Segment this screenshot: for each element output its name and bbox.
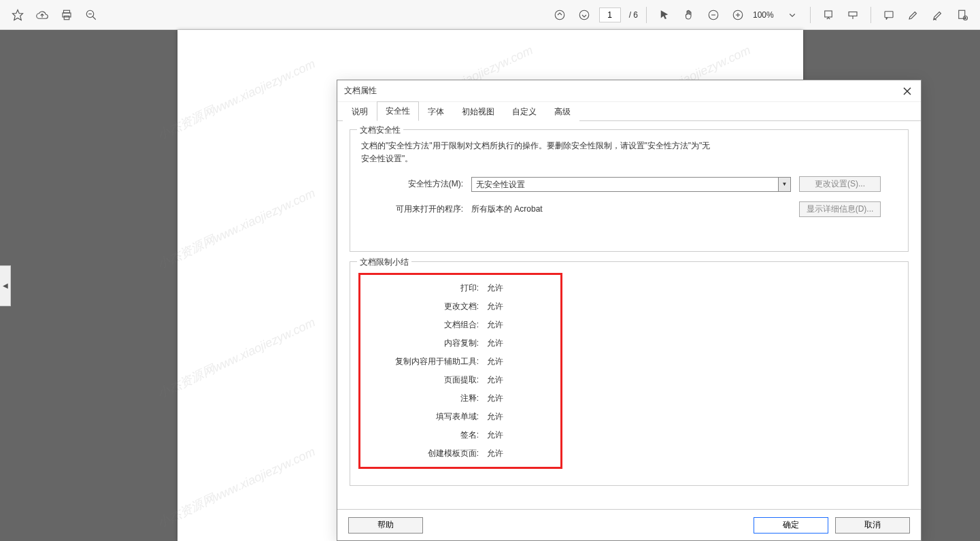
restriction-label: 创建模板页面:: [370, 448, 479, 459]
svg-point-7: [555, 10, 564, 20]
highlight-icon[interactable]: [904, 5, 923, 24]
svg-rect-17: [885, 11, 893, 17]
ok-button[interactable]: 确定: [754, 517, 828, 534]
page-total-label: / 6: [629, 10, 638, 20]
restriction-row: 签名:允许: [370, 426, 551, 444]
restriction-value: 允许: [487, 319, 551, 331]
show-details-button[interactable]: 显示详细信息(D)...: [799, 201, 881, 217]
restriction-row: 复制内容用于辅助工具:允许: [370, 353, 551, 371]
restriction-label: 填写表单域:: [370, 411, 479, 423]
edit-page-icon[interactable]: [953, 5, 972, 24]
restriction-value: 允许: [487, 282, 551, 294]
restriction-value: 允许: [487, 448, 551, 459]
restriction-row: 页面提取:允许: [370, 371, 551, 389]
svg-point-8: [579, 10, 589, 20]
restriction-label: 页面提取:: [370, 374, 479, 386]
reflow-icon[interactable]: [843, 5, 862, 24]
help-button[interactable]: 帮助: [348, 517, 423, 534]
security-description: 文档的"安全性方法"用于限制对文档所执行的操作。要删除安全性限制，请设置"安全性…: [361, 140, 715, 165]
zoom-level-label: 100%: [753, 10, 777, 20]
print-icon[interactable]: [57, 5, 76, 24]
restriction-value: 允许: [487, 356, 551, 367]
open-with-value: 所有版本的 Acrobat: [471, 203, 791, 215]
restriction-value: 允许: [487, 374, 551, 386]
restriction-value: 允许: [487, 411, 551, 423]
tab-security[interactable]: 安全性: [377, 101, 419, 121]
prev-page-icon[interactable]: [550, 5, 569, 24]
zoom-in-icon[interactable]: [728, 5, 747, 24]
dialog-footer: 帮助 确定 取消: [337, 509, 921, 540]
document-properties-dialog: 文档属性 说明 安全性 字体 初始视图 自定义 高级 文档安全性 文档的"安全性…: [337, 80, 922, 541]
restriction-value: 允许: [487, 429, 551, 441]
next-page-icon[interactable]: [575, 5, 594, 24]
fit-width-icon[interactable]: [819, 5, 838, 24]
dialog-body: 文档安全性 文档的"安全性方法"用于限制对文档所执行的操作。要删除安全性限制，请…: [337, 121, 921, 509]
restriction-row: 填写表单域:允许: [370, 408, 551, 426]
tab-description[interactable]: 说明: [343, 102, 377, 121]
restriction-label: 复制内容用于辅助工具:: [370, 356, 479, 367]
open-with-label: 可用来打开的程序:: [382, 203, 463, 215]
restriction-row: 创建模板页面:允许: [370, 444, 551, 463]
zoom-out-icon[interactable]: [704, 5, 723, 24]
star-icon[interactable]: [8, 5, 27, 24]
watermark: 小杰资源网www.xiaojiezyw.com: [154, 185, 317, 273]
svg-marker-0: [13, 10, 23, 20]
comment-icon[interactable]: [879, 5, 898, 24]
select-tool-icon[interactable]: [655, 5, 674, 24]
tab-custom[interactable]: 自定义: [503, 102, 545, 121]
restriction-row: 文档组合:允许: [370, 316, 551, 334]
restriction-value: 允许: [487, 338, 551, 349]
chevron-down-icon[interactable]: ▼: [779, 177, 791, 192]
document-restrictions-fieldset: 文档限制小结 打印:允许 更改文档:允许 文档组合:允许 内容复制:允许 复制内…: [350, 261, 909, 486]
tab-fonts[interactable]: 字体: [419, 102, 453, 121]
svg-rect-3: [64, 16, 69, 19]
security-legend: 文档安全性: [357, 125, 403, 136]
tab-advanced[interactable]: 高级: [545, 102, 579, 121]
restriction-label: 注释:: [370, 393, 479, 404]
hand-tool-icon[interactable]: [679, 5, 698, 24]
svg-rect-14: [825, 11, 832, 17]
watermark: 小杰资源网www.xiaojiezyw.com: [154, 56, 317, 144]
restriction-label: 内容复制:: [370, 338, 479, 349]
restriction-label: 更改文档:: [370, 301, 479, 312]
restriction-label: 文档组合:: [370, 319, 479, 331]
dialog-tabs: 说明 安全性 字体 初始视图 自定义 高级: [337, 102, 921, 121]
watermark: 小杰资源网www.xiaojiezyw.com: [154, 444, 317, 531]
restriction-value: 允许: [487, 301, 551, 312]
zoom-dropdown-icon[interactable]: [783, 5, 802, 24]
main-toolbar: / 6 100%: [0, 0, 980, 30]
restriction-row: 注释:允许: [370, 389, 551, 408]
svg-rect-18: [959, 10, 965, 18]
security-method-label: 安全性方法(M):: [382, 178, 463, 190]
cloud-upload-icon[interactable]: [33, 5, 52, 24]
tab-initial-view[interactable]: 初始视图: [453, 102, 503, 121]
sign-icon[interactable]: [928, 5, 947, 24]
close-icon[interactable]: [900, 84, 914, 98]
svg-rect-15: [849, 12, 857, 16]
restriction-label: 打印:: [370, 282, 479, 294]
zoom-out-search-icon[interactable]: [82, 5, 101, 24]
restrictions-legend: 文档限制小结: [357, 257, 411, 268]
restriction-label: 签名:: [370, 429, 479, 441]
security-method-select[interactable]: 无安全性设置: [471, 177, 779, 192]
watermark: 小杰资源网www.xiaojiezyw.com: [154, 314, 317, 402]
cancel-button[interactable]: 取消: [835, 517, 910, 534]
sidebar-toggle[interactable]: ◀: [0, 265, 11, 306]
restriction-value: 允许: [487, 393, 551, 404]
restriction-row: 打印:允许: [370, 279, 551, 297]
restriction-row: 内容复制:允许: [370, 334, 551, 353]
change-settings-button[interactable]: 更改设置(S)...: [799, 176, 881, 192]
svg-line-5: [92, 16, 96, 20]
page-number-input[interactable]: [599, 7, 621, 22]
dialog-title: 文档属性: [344, 85, 377, 97]
restrictions-highlight-box: 打印:允许 更改文档:允许 文档组合:允许 内容复制:允许 复制内容用于辅助工具…: [358, 273, 562, 469]
restriction-row: 更改文档:允许: [370, 297, 551, 316]
document-security-fieldset: 文档安全性 文档的"安全性方法"用于限制对文档所执行的操作。要删除安全性限制，请…: [350, 129, 909, 252]
dialog-titlebar: 文档属性: [337, 80, 921, 102]
